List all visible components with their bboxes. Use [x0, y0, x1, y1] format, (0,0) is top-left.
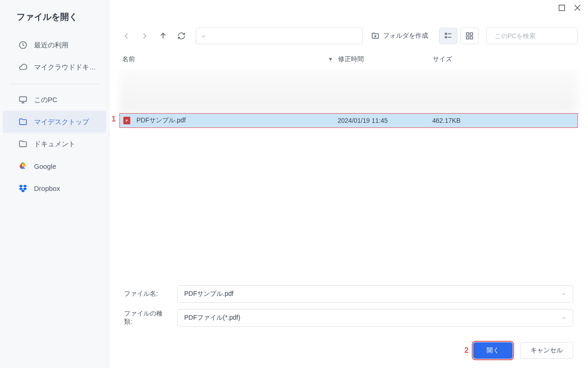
cancel-button[interactable]: キャンセル: [520, 342, 573, 359]
sidebar-item-label: このPC: [34, 96, 99, 104]
sidebar-item-desktop[interactable]: マイデスクトップ: [3, 111, 106, 133]
sidebar-item-documents[interactable]: ドキュメント: [0, 133, 109, 155]
clock-icon: [18, 40, 28, 50]
svg-rect-8: [470, 37, 473, 39]
sidebar-item-dropbox[interactable]: Dropbox: [0, 177, 109, 199]
search-input[interactable]: [495, 32, 575, 40]
svg-rect-7: [466, 37, 469, 39]
filetype-select[interactable]: PDFファイル(*.pdf): [177, 309, 573, 327]
chevron-down-icon: [561, 315, 566, 321]
filetype-value: PDFファイル(*.pdf): [184, 314, 240, 322]
svg-rect-3: [445, 33, 447, 34]
sidebar: ファイルを開く 最近の利用 マイクラウドドキュ… このPC マイデスクトップ ド…: [0, 0, 109, 368]
blurred-content: [119, 69, 578, 113]
sidebar-item-label: ドキュメント: [34, 140, 99, 149]
column-name[interactable]: 名前: [119, 55, 329, 63]
up-button[interactable]: [156, 29, 170, 43]
sidebar-item-label: Google: [34, 162, 99, 170]
view-toggle: [439, 28, 479, 44]
callout-marker: 2: [464, 346, 469, 355]
search-box[interactable]: [486, 28, 578, 44]
file-size: 462.17KB: [432, 117, 577, 124]
column-modified[interactable]: 修正時間: [338, 55, 433, 63]
sidebar-item-cloud[interactable]: マイクラウドドキュ…: [0, 56, 109, 78]
svg-text:P: P: [125, 119, 128, 123]
toolbar: « フォルダを作成: [109, 0, 588, 48]
file-list: 1 P PDFサンプル.pdf 2024/01/19 11:45 462.17K…: [109, 69, 588, 276]
filename-label: ファイル名:: [124, 290, 170, 298]
sidebar-item-label: 最近の利用: [34, 41, 99, 50]
create-folder-button[interactable]: フォルダを作成: [368, 32, 432, 40]
sidebar-item-recent[interactable]: 最近の利用: [0, 34, 109, 56]
create-folder-label: フォルダを作成: [383, 32, 428, 40]
file-modified: 2024/01/19 11:45: [338, 117, 432, 124]
sidebar-item-label: Dropbox: [34, 184, 99, 192]
action-buttons: 2 開く キャンセル: [109, 342, 588, 368]
sort-indicator-icon[interactable]: ▾: [329, 55, 338, 63]
bottom-form: ファイル名: PDFサンプル.pdf ファイルの種類: PDFファイル(*.pd…: [109, 276, 588, 342]
forward-button[interactable]: [138, 29, 152, 43]
file-row[interactable]: 1 P PDFサンプル.pdf 2024/01/19 11:45 462.17K…: [119, 113, 578, 128]
list-view-button[interactable]: [439, 28, 458, 44]
refresh-button[interactable]: [175, 29, 188, 43]
file-name: PDFサンプル.pdf: [136, 116, 338, 125]
filename-input[interactable]: PDFサンプル.pdf: [177, 285, 573, 303]
svg-rect-2: [559, 5, 565, 11]
maximize-icon[interactable]: [558, 4, 566, 12]
callout-marker: 1: [112, 115, 116, 123]
svg-rect-6: [470, 33, 473, 35]
back-button[interactable]: [119, 29, 133, 43]
open-button[interactable]: 開く: [473, 342, 513, 359]
column-size[interactable]: サイズ: [433, 55, 578, 63]
path-breadcrumb[interactable]: «: [196, 28, 363, 44]
list-header: 名前 ▾ 修正時間 サイズ: [109, 48, 588, 69]
breadcrumb-placeholder: «: [202, 32, 205, 40]
window-controls: [558, 4, 582, 12]
sidebar-item-google[interactable]: Google: [0, 155, 109, 177]
dialog-title: ファイルを開く: [0, 11, 109, 34]
svg-rect-5: [466, 33, 469, 35]
cloud-icon: [18, 63, 28, 72]
monitor-icon: [18, 95, 28, 104]
sidebar-item-thispc[interactable]: このPC: [0, 89, 109, 111]
folder-icon: [18, 139, 28, 149]
main-panel: « フォルダを作成 名前 ▾ 修正時間 サイズ 1 P: [109, 0, 588, 368]
dropbox-icon: [18, 184, 28, 193]
divider: [10, 84, 99, 84]
filename-value: PDFサンプル.pdf: [184, 290, 233, 298]
pdf-file-icon: P: [122, 115, 132, 126]
sidebar-item-label: マイクラウドドキュ…: [34, 63, 99, 72]
svg-rect-4: [445, 37, 447, 38]
chevron-down-icon: [561, 291, 566, 297]
close-icon[interactable]: [573, 4, 582, 12]
google-drive-icon: [18, 161, 28, 171]
filetype-label: ファイルの種類:: [124, 310, 170, 326]
folder-icon: [18, 117, 28, 126]
svg-rect-1: [20, 97, 27, 101]
grid-view-button[interactable]: [460, 28, 479, 44]
sidebar-item-label: マイデスクトップ: [34, 118, 96, 126]
